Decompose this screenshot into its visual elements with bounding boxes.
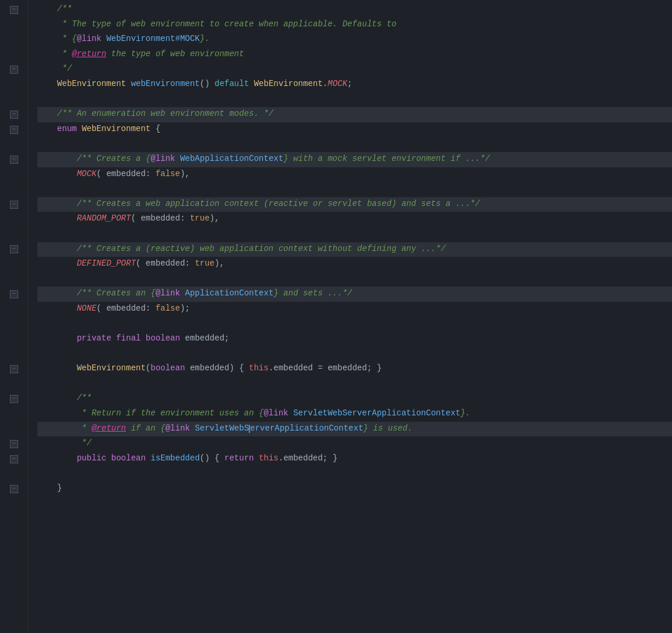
gutter-line[interactable]: − bbox=[0, 2, 28, 18]
code-line: NONE( embedded: false); bbox=[37, 302, 672, 317]
fold-icon[interactable]: − bbox=[10, 66, 18, 74]
fold-icon[interactable]: − bbox=[10, 6, 18, 14]
gutter-line bbox=[0, 422, 28, 437]
gutter-line bbox=[0, 167, 28, 183]
fold-icon[interactable]: − bbox=[10, 440, 18, 448]
code-line: DEFINED_PORT( embedded: true), bbox=[37, 257, 672, 272]
gutter-line[interactable]: − bbox=[0, 122, 28, 137]
gutter-line bbox=[0, 407, 28, 422]
gutter-line bbox=[0, 272, 28, 287]
gutter-line bbox=[0, 302, 28, 317]
code-line: /** bbox=[37, 391, 672, 407]
gutter-line[interactable]: − bbox=[0, 481, 28, 497]
code-line bbox=[37, 272, 672, 287]
fold-icon[interactable]: − bbox=[10, 485, 18, 493]
fold-icon[interactable]: − bbox=[10, 245, 18, 253]
code-line: /** bbox=[37, 2, 672, 18]
gutter-line[interactable]: − bbox=[0, 452, 28, 467]
fold-icon[interactable]: − bbox=[10, 455, 18, 463]
fold-icon[interactable]: − bbox=[10, 395, 18, 403]
code-line bbox=[37, 377, 672, 392]
code-line: * @return if an {@link ServletWebServerA… bbox=[37, 422, 672, 437]
gutter-line bbox=[0, 227, 28, 242]
gutter-line bbox=[0, 32, 28, 47]
code-line: * @return the type of web environment bbox=[37, 47, 672, 63]
code-editor: −−−−−−−−−−−−− /** * The type of web envi… bbox=[0, 0, 672, 633]
fold-icon[interactable]: − bbox=[10, 156, 18, 164]
code-line: /** Creates a web application context (r… bbox=[37, 197, 672, 212]
gutter-line bbox=[0, 257, 28, 272]
code-line bbox=[37, 227, 672, 242]
code-line: RANDOM_PORT( embedded: true), bbox=[37, 212, 672, 227]
gutter-line bbox=[0, 377, 28, 392]
gutter-line[interactable]: − bbox=[0, 62, 28, 77]
fold-icon[interactable]: − bbox=[10, 365, 18, 373]
code-line bbox=[37, 347, 672, 362]
gutter-line bbox=[0, 92, 28, 108]
gutter-line bbox=[0, 182, 28, 197]
code-area[interactable]: /** * The type of web environment to cre… bbox=[28, 0, 672, 633]
gutter-line bbox=[0, 77, 28, 92]
fold-icon[interactable]: − bbox=[10, 290, 18, 298]
gutter-line bbox=[0, 332, 28, 347]
code-line: public boolean isEmbedded() { return thi… bbox=[37, 452, 672, 467]
code-line: enum WebEnvironment { bbox=[37, 122, 672, 137]
gutter-line[interactable]: − bbox=[0, 107, 28, 122]
code-line: */ bbox=[37, 436, 672, 452]
gutter-line[interactable]: − bbox=[0, 242, 28, 257]
gutter-line bbox=[0, 212, 28, 227]
gutter-line[interactable]: − bbox=[0, 287, 28, 302]
code-line: */ bbox=[37, 62, 672, 77]
gutter-line bbox=[0, 47, 28, 63]
fold-icon[interactable]: − bbox=[10, 201, 18, 209]
code-line bbox=[37, 182, 672, 197]
code-line bbox=[37, 92, 672, 108]
fold-icon[interactable]: − bbox=[10, 126, 18, 134]
gutter-line[interactable]: − bbox=[0, 197, 28, 212]
gutter-line[interactable]: − bbox=[0, 436, 28, 452]
code-line bbox=[37, 466, 672, 481]
code-line: private final boolean embedded; bbox=[37, 332, 672, 347]
gutter-line bbox=[0, 316, 28, 332]
code-line: * {@link WebEnvironment#MOCK}. bbox=[37, 32, 672, 47]
gutter-line[interactable]: − bbox=[0, 152, 28, 167]
code-line: WebEnvironment webEnvironment() default … bbox=[37, 77, 672, 92]
code-line: MOCK( embedded: false), bbox=[37, 167, 672, 183]
gutter: −−−−−−−−−−−−− bbox=[0, 0, 28, 633]
gutter-line bbox=[0, 347, 28, 362]
code-line: /** Creates a (reactive) web application… bbox=[37, 242, 672, 257]
code-line: /** Creates a {@link WebApplicationConte… bbox=[37, 152, 672, 167]
gutter-line bbox=[0, 18, 28, 33]
code-line: WebEnvironment(boolean embedded) { this.… bbox=[37, 362, 672, 377]
code-line: /** An enumeration web environment modes… bbox=[37, 107, 672, 122]
code-line: * Return if the environment uses an {@li… bbox=[37, 407, 672, 422]
fold-icon[interactable]: − bbox=[10, 111, 18, 119]
code-line: /** Creates an {@link ApplicationContext… bbox=[37, 287, 672, 302]
gutter-line[interactable]: − bbox=[0, 362, 28, 377]
code-line: } bbox=[37, 481, 672, 497]
code-line: * The type of web environment to create … bbox=[37, 18, 672, 33]
gutter-line bbox=[0, 137, 28, 152]
code-line bbox=[37, 316, 672, 332]
code-line bbox=[37, 137, 672, 152]
gutter-line bbox=[0, 466, 28, 481]
gutter-line[interactable]: − bbox=[0, 391, 28, 407]
